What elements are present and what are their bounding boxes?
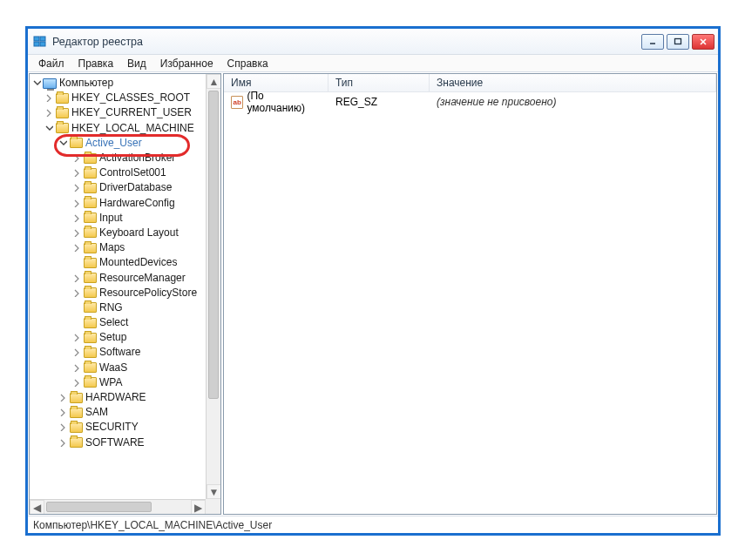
menu-view[interactable]: Вид [120, 57, 153, 71]
tree-row[interactable]: Software [31, 345, 220, 360]
chevron-right-icon[interactable] [71, 347, 82, 358]
chevron-right-icon[interactable] [44, 93, 54, 104]
tree-label: ControlSet001 [99, 165, 166, 180]
tree-row[interactable]: ResourcePolicyStore [31, 286, 220, 300]
chevron-right-icon[interactable] [71, 287, 82, 298]
chevron-right-icon[interactable] [71, 227, 82, 238]
tree-row[interactable]: HARDWARE [31, 390, 220, 405]
tree-row[interactable]: HardwareConfig [31, 196, 220, 211]
menu-edit[interactable]: Правка [71, 57, 121, 71]
chevron-right-icon[interactable] [71, 213, 82, 223]
column-header-name[interactable]: Имя [224, 74, 328, 91]
chevron-right-icon[interactable] [71, 333, 82, 343]
chevron-right-icon[interactable] [71, 183, 82, 193]
folder-icon [83, 242, 97, 254]
chevron-right-icon[interactable] [71, 377, 82, 388]
tree-label: SECURITY [85, 420, 139, 435]
tree-row[interactable]: Select [31, 315, 220, 330]
tree-row[interactable]: SECURITY [31, 420, 220, 435]
app-icon [33, 35, 47, 49]
list-row[interactable]: ab (По умолчанию) REG_SZ (значение не пр… [224, 94, 716, 110]
chevron-right-icon[interactable] [71, 168, 82, 179]
folder-icon [69, 422, 83, 434]
body-area: Компьютер HKEY_CLASSES_ROOT [28, 72, 718, 516]
tree-row[interactable]: ResourceManager [31, 270, 220, 285]
chevron-right-icon[interactable] [71, 362, 82, 373]
tree-row[interactable]: WaaS [31, 361, 220, 375]
folder-icon [69, 137, 83, 149]
scroll-left-icon[interactable]: ◀ [30, 500, 44, 514]
folder-icon [55, 122, 69, 134]
chevron-right-icon[interactable] [71, 198, 82, 208]
minimize-button[interactable] [641, 34, 664, 50]
scroll-down-icon[interactable]: ▼ [207, 484, 220, 499]
chevron-down-icon[interactable] [58, 138, 68, 148]
chevron-right-icon[interactable] [71, 153, 82, 164]
scroll-thumb[interactable] [46, 502, 152, 512]
tree-row[interactable]: WPA [31, 375, 220, 390]
tree-label: HARDWARE [85, 390, 146, 405]
tree-row-computer[interactable]: Компьютер [31, 76, 220, 91]
svg-rect-1 [40, 37, 45, 41]
tree-row[interactable]: Setup [31, 330, 220, 345]
scroll-thumb[interactable] [208, 91, 219, 399]
tree-label: WaaS [99, 361, 127, 375]
menu-help[interactable]: Справка [220, 57, 275, 71]
chevron-down-icon[interactable] [44, 123, 54, 133]
tree-label: HKEY_CURRENT_USER [71, 105, 192, 120]
tree-label: HKEY_CLASSES_ROOT [71, 91, 190, 105]
tree-row[interactable]: ActivationBroker [31, 151, 220, 165]
value-data: (значение не присвоено) [430, 96, 716, 108]
tree-row[interactable]: DriverDatabase [31, 180, 220, 195]
tree-label: Software [99, 345, 140, 360]
computer-icon [43, 78, 57, 90]
chevron-right-icon[interactable] [44, 108, 54, 118]
tree-row-hklm[interactable]: HKEY_LOCAL_MACHINE [31, 121, 220, 136]
folder-icon [69, 436, 83, 449]
chevron-right-icon[interactable] [71, 243, 82, 253]
folder-icon [83, 272, 97, 284]
folder-icon [83, 287, 97, 299]
folder-icon [83, 257, 97, 269]
tree-row-hkcu[interactable]: HKEY_CURRENT_USER [31, 105, 220, 120]
menu-file[interactable]: Файл [31, 57, 71, 71]
tree-row-active-user[interactable]: Active_User [31, 136, 220, 151]
tree-row[interactable]: SOFTWARE [31, 435, 220, 450]
folder-icon [83, 301, 97, 314]
maximize-button[interactable] [667, 34, 689, 50]
window-title: Редактор реестра [52, 36, 641, 48]
tree-row[interactable]: Maps [31, 240, 220, 255]
tree-label: Maps [99, 240, 125, 255]
statusbar: Компьютер\HKEY_LOCAL_MACHINE\Active_User [28, 516, 718, 533]
registry-tree[interactable]: Компьютер HKEY_CLASSES_ROOT [30, 74, 220, 452]
tree-vertical-scrollbar[interactable]: ▲ ▼ [206, 74, 220, 499]
menu-favorites[interactable]: Избранное [153, 57, 220, 71]
chevron-right-icon[interactable] [58, 408, 68, 418]
tree-row-hkcr[interactable]: HKEY_CLASSES_ROOT [31, 91, 220, 105]
tree-horizontal-scrollbar[interactable]: ◀ ▶ [30, 499, 206, 514]
chevron-right-icon[interactable] [58, 437, 68, 448]
column-header-value[interactable]: Значение [430, 74, 716, 91]
scroll-up-icon[interactable]: ▲ [207, 74, 220, 89]
chevron-down-icon[interactable] [31, 78, 42, 89]
tree-label: Keyboard Layout [99, 226, 179, 240]
tree-row[interactable]: Keyboard Layout [31, 226, 220, 240]
folder-icon [83, 152, 97, 165]
string-value-icon: ab [231, 96, 243, 109]
tree-row[interactable]: Input [31, 211, 220, 226]
close-button[interactable] [692, 34, 715, 50]
tree-row[interactable]: SAM [31, 405, 220, 420]
tree-row[interactable]: RNG [31, 300, 220, 315]
folder-icon [83, 361, 97, 374]
column-header-type[interactable]: Тип [328, 74, 430, 91]
chevron-right-icon[interactable] [58, 393, 68, 403]
scroll-right-icon[interactable]: ▶ [191, 500, 206, 514]
folder-icon [83, 332, 97, 344]
tree-label: ResourcePolicyStore [99, 286, 197, 300]
folder-icon [83, 226, 97, 239]
tree-row[interactable]: ControlSet001 [31, 165, 220, 180]
chevron-right-icon[interactable] [58, 422, 68, 433]
tree-row[interactable]: MountedDevices [31, 255, 220, 270]
chevron-right-icon[interactable] [71, 273, 82, 283]
folder-icon [83, 182, 97, 194]
